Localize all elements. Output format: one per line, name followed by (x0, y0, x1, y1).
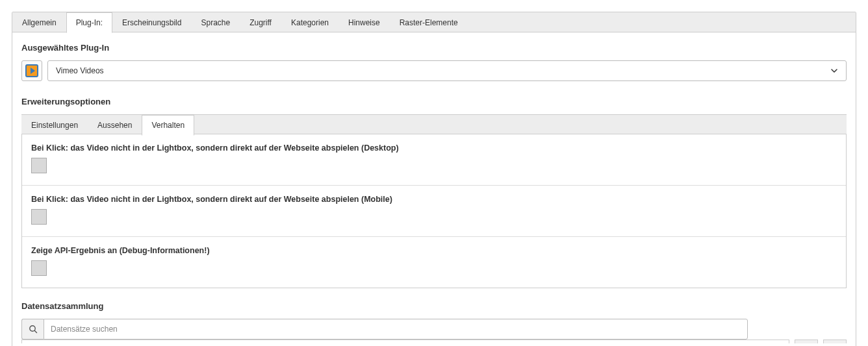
tab-label: Raster-Elemente (400, 18, 458, 27)
tab-erscheinungsbild[interactable]: Erscheinungsbild (112, 12, 191, 32)
tab-label: Zugriff (249, 18, 272, 27)
records-action-2[interactable] (823, 340, 847, 343)
tab-label: Sprache (201, 18, 230, 27)
tab-zugriff[interactable]: Zugriff (240, 12, 281, 32)
ext-tab-einstellungen[interactable]: Einstellungen (21, 115, 88, 135)
plugin-icon-box (21, 60, 42, 81)
svg-line-1 (34, 330, 36, 332)
tab-plugin[interactable]: Plug-In: (66, 12, 112, 33)
records-section-heading: Datensatzsammlung (21, 301, 847, 311)
records-search-input[interactable] (44, 319, 748, 340)
main-tabbar: Allgemein Plug-In: Erscheinungsbild Spra… (12, 12, 856, 32)
tab-label: Allgemein (22, 18, 57, 27)
ext-options-panel: Bei Klick: das Video nicht in der Lightb… (21, 134, 847, 288)
search-icon (21, 319, 44, 340)
ext-tab-label: Einstellungen (31, 121, 78, 130)
tab-raster-elemente[interactable]: Raster-Elemente (390, 12, 468, 32)
plugin-select[interactable]: Vimeo Videos (47, 60, 847, 81)
tab-label: Kategorien (291, 18, 329, 27)
checkbox-debug[interactable] (31, 260, 47, 276)
records-action-1[interactable] (795, 340, 818, 343)
tab-label: Hinweise (348, 18, 380, 27)
ext-tabbar: Einstellungen Aussehen Verhalten (21, 114, 847, 134)
ext-tab-aussehen[interactable]: Aussehen (88, 115, 142, 135)
tab-allgemein[interactable]: Allgemein (12, 12, 66, 32)
ext-tab-label: Aussehen (97, 121, 132, 130)
option-label-debug: Zeige API-Ergebnis an (Debug-Information… (31, 246, 837, 255)
play-icon (25, 64, 38, 77)
chevron-down-icon (830, 67, 838, 75)
tab-label: Plug-In: (76, 18, 103, 27)
tab-sprache[interactable]: Sprache (191, 12, 240, 32)
checkbox-mobile-inline[interactable] (31, 209, 47, 225)
tab-label: Erscheinungsbild (122, 18, 181, 27)
ext-section-heading: Erweiterungsoptionen (21, 97, 847, 106)
option-label-mobile-inline: Bei Klick: das Video nicht in der Lightb… (31, 195, 837, 204)
ext-tab-label: Verhalten (151, 121, 185, 130)
option-label-desktop-inline: Bei Klick: das Video nicht in der Lightb… (31, 143, 837, 153)
plugin-select-value: Vimeo Videos (56, 66, 104, 75)
records-list-top-edge (21, 340, 789, 343)
plugin-section-heading: Ausgewähltes Plug-In (21, 43, 847, 53)
ext-tab-verhalten[interactable]: Verhalten (142, 115, 194, 136)
tab-hinweise[interactable]: Hinweise (338, 12, 390, 32)
checkbox-desktop-inline[interactable] (31, 158, 47, 173)
tab-kategorien[interactable]: Kategorien (281, 12, 338, 32)
